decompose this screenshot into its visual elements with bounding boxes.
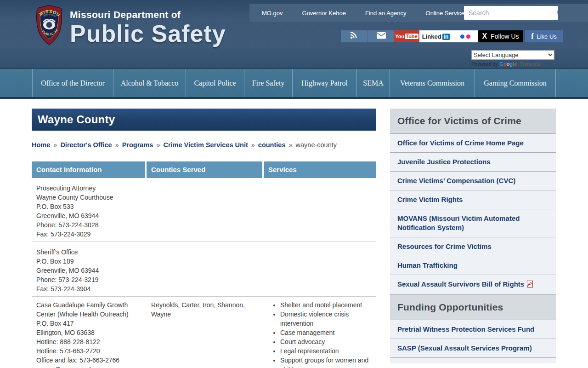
contact-info-cell: Casa Guadalupe Family Growth Center (Who… <box>32 300 147 368</box>
table-header-row: Contact Information Counties Served Serv… <box>32 161 376 178</box>
contact-line: Greenville, MO 63944 <box>36 266 140 275</box>
language-select[interactable]: Select Language <box>471 50 554 60</box>
contact-info-cell: Sheriff’s OfficeP.O. Box 109Greenville, … <box>32 247 147 293</box>
breadcrumb-separator: » <box>156 141 160 149</box>
nav-item-sema[interactable]: SEMA <box>356 69 390 97</box>
flickr-icon <box>460 34 464 39</box>
sidebar-link-pretrial-witness-protection-services-fun[interactable]: Pretrial Witness Protection Services Fun… <box>390 320 556 339</box>
service-item: Domestic violence crisis intervention <box>280 310 370 328</box>
sidebar: Office for Victims of CrimeOffice for Vi… <box>390 109 556 363</box>
dps-seal-logo[interactable]: MISSOURI DEPARTMENT OF PUBLIC SAFETY <box>34 5 64 47</box>
contact-line: Fax: 573-224-3029 <box>36 230 140 239</box>
counties-served-cell <box>147 184 264 239</box>
table-row: Sheriff’s OfficeP.O. Box 109Greenville, … <box>32 242 376 297</box>
table-row: Casa Guadalupe Family Growth Center (Who… <box>32 297 376 368</box>
sidebar-link-label: Resources for Crime Victims <box>397 242 492 250</box>
breadcrumb-link[interactable]: Programs <box>122 141 153 149</box>
brand-line1: Missouri Department of <box>70 9 226 20</box>
youtube-icon: YouTube <box>395 34 418 39</box>
breadcrumb-link[interactable]: Director's Office <box>60 141 112 149</box>
nav-item-gaming-commission[interactable]: Gaming Commission <box>475 69 556 97</box>
sidebar-link-juvenile-justice-protections[interactable]: Juvenile Justice Protections <box>390 153 556 172</box>
sidebar-link-label: Pretrial Witness Protection Services Fun… <box>397 325 534 333</box>
utility-link-mogov[interactable]: MO.gov <box>262 10 283 17</box>
breadcrumb-separator: » <box>53 141 57 149</box>
youtube-button[interactable]: YouTube <box>394 30 419 42</box>
breadcrumb-link[interactable]: Home <box>32 141 50 149</box>
sidebar-section-title: Office for Victims of Crime <box>390 109 556 134</box>
sidebar-link-label: Crime Victims’ Compensation (CVC) <box>397 177 515 184</box>
utility-link-online-services[interactable]: Online Services <box>426 10 468 17</box>
sidebar-link-crime-victims-compensation-cvc-[interactable]: Crime Victims’ Compensation (CVC) <box>390 172 556 190</box>
email-button[interactable] <box>368 30 394 42</box>
linkedin-button[interactable]: Linkedin <box>419 30 452 42</box>
service-item: Legal representation <box>280 346 370 356</box>
sidebar-link-label: Juvenile Justice Protections <box>397 158 491 166</box>
flickr-button[interactable] <box>452 30 478 42</box>
sidebar-link-resources-for-crime-victims[interactable]: Resources for Crime Victims <box>390 237 556 256</box>
social-bar: YouTube Linkedin X Follow Us f Like Us <box>341 30 563 42</box>
site-header: MISSOURI DEPARTMENT OF PUBLIC SAFETY Mis… <box>0 0 588 68</box>
breadcrumb: Home»Director's Office»Programs»Crime Vi… <box>32 141 376 149</box>
sidebar-link-crime-victim-rights[interactable]: Crime Victim Rights <box>390 190 556 209</box>
google-logo: Google <box>499 61 517 67</box>
counties-served-cell <box>147 247 264 293</box>
sidebar-link-office-for-victims-of-crime-home-page[interactable]: Office for Victims of Crime Home Page <box>390 134 556 153</box>
sidebar-link-human-trafficking[interactable]: Human Trafficking <box>390 256 556 275</box>
sidebar-link-movans-missouri-victim-automated-notific[interactable]: MOVANS (Missouri Victim Automated Notifi… <box>390 209 556 237</box>
sidebar-link-label: Human Trafficking <box>397 261 458 269</box>
utility-link-governor[interactable]: Governor Kehoe <box>302 10 346 17</box>
x-follow-button[interactable]: X Follow Us <box>478 30 523 42</box>
flickr-icon <box>466 34 470 39</box>
email-icon <box>377 32 386 40</box>
service-item: Support groups for women and children <box>280 356 370 368</box>
page-title: Wayne County <box>38 113 115 126</box>
contact-line: Hotline: 573-663-2720 <box>36 346 140 356</box>
rss-icon <box>350 32 358 41</box>
language-widget: Select Language Powered by Google Transl… <box>471 50 559 67</box>
sidebar-link-sexual-assault-survivors-bill-of-rights[interactable]: Sexual Assault Survivors Bill of Rights <box>390 275 556 295</box>
column-header-services: Services <box>264 161 376 178</box>
nav-item-veterans-commission[interactable]: Veterans Commission <box>390 69 475 97</box>
service-item: Case management <box>280 328 370 337</box>
rss-button[interactable] <box>341 30 368 42</box>
brand-line2: Public Safety <box>70 20 226 47</box>
email-link[interactable]: casag@mcmo.net <box>36 366 91 368</box>
contact-info-cell: Prosecuting AttorneyWayne County Courtho… <box>32 184 147 239</box>
contact-line: P.O. Box 533 <box>36 202 140 211</box>
sidebar-section-title: Funding Opportunities <box>390 295 556 320</box>
nav-item-highway-patrol[interactable]: Highway Patrol <box>292 69 356 97</box>
search-box <box>464 6 558 20</box>
nav-item-capitol-police[interactable]: Capitol Police <box>186 69 244 97</box>
utility-link-find-agency[interactable]: Find an Agency <box>365 10 407 17</box>
contact-line: Ellington, MO 63638 <box>36 328 140 337</box>
pdf-icon <box>526 281 533 290</box>
counties-served-cell: Reynolds, Carter, Iron, Shannon, Wayne <box>147 300 264 368</box>
sidebar-link-label: SASP (Sexual Assault Services Program) <box>397 344 532 352</box>
x-icon: X <box>482 32 487 40</box>
nav-item-alcohol-tobacco[interactable]: Alcohol & Tobacco <box>113 69 186 97</box>
nav-item-office-of-the-director[interactable]: Office of the Director <box>32 69 113 97</box>
search-icon[interactable] <box>556 9 558 17</box>
contact-line: P.O. Box 109 <box>36 257 140 266</box>
nav-item-fire-safety[interactable]: Fire Safety <box>244 69 292 97</box>
facebook-like-button[interactable]: f Like Us <box>525 30 563 42</box>
brand-wordmark[interactable]: Missouri Department of Public Safety <box>70 9 226 47</box>
sidebar-link-label: Sexual Assault Survivors Bill of Rights <box>397 280 524 288</box>
search-input[interactable] <box>464 9 556 17</box>
breadcrumb-link[interactable]: Crime Victim Services Unit <box>163 141 248 149</box>
sidebar-link-label: MOVANS (Missouri Victim Automated Notifi… <box>397 214 520 231</box>
facebook-icon: f <box>531 32 533 40</box>
facebook-like-label: Like Us <box>537 33 556 40</box>
contact-line: Office and fax: 573-663-2766 <box>36 356 140 365</box>
linkedin-icon: Linkedin <box>422 33 450 40</box>
breadcrumb-separator: » <box>251 141 255 149</box>
breadcrumb-separator: » <box>115 141 119 149</box>
breadcrumb-link[interactable]: counties <box>258 141 286 149</box>
breadcrumb-separator: » <box>288 141 292 149</box>
sidebar-partial-row <box>390 358 556 363</box>
sidebar-link-sasp-sexual-assault-services-program-[interactable]: SASP (Sexual Assault Services Program) <box>390 339 556 358</box>
contact-line: Phone: 573-224-3219 <box>36 275 140 284</box>
contact-line: Phone: 573-224-3028 <box>36 220 140 230</box>
contact-line: Casa Guadalupe Family Growth Center (Who… <box>36 300 140 319</box>
